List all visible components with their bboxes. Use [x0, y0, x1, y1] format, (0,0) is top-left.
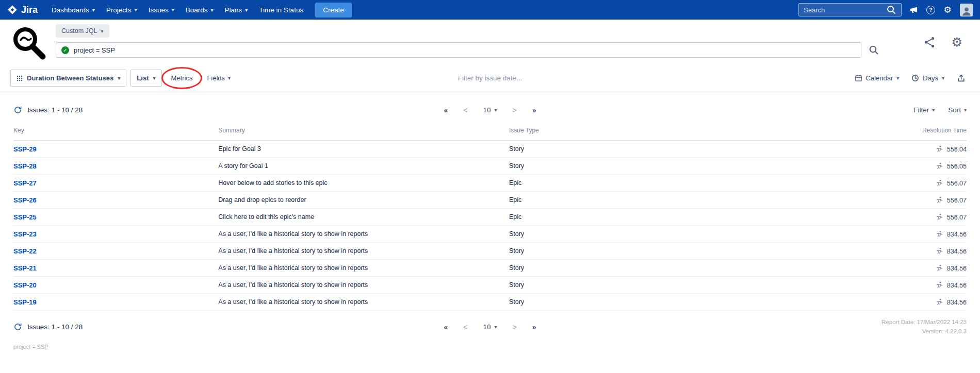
chevron-down-icon: ▾ — [245, 7, 248, 13]
issue-key-link[interactable]: SSP-25 — [13, 213, 37, 221]
share-icon[interactable] — [923, 36, 936, 48]
pagination-top: « < 10 ▾ > » — [444, 106, 536, 114]
issue-key-link[interactable]: SSP-21 — [13, 264, 37, 272]
nav-item-plans[interactable]: Plans ▾ — [219, 0, 254, 20]
resolution-value: 556.05 — [947, 163, 967, 170]
nav-item-dashboards[interactable]: Dashboards ▾ — [46, 0, 101, 20]
top-navigation: Jira Dashboards ▾ Projects ▾ Issues ▾ Bo… — [0, 0, 980, 20]
metrics-wrap: Metrics — [166, 70, 198, 86]
issue-summary: Click here to edit this epic's name — [218, 209, 509, 226]
issue-type: Epic — [509, 192, 766, 209]
calendar-selector[interactable]: Calendar ▾ — [855, 74, 900, 82]
table-row: SSP-27 Hover below to add stories to thi… — [13, 175, 967, 192]
view-selector-button[interactable]: Duration Between Statuses ▾ — [10, 70, 126, 87]
announcements-icon[interactable] — [909, 5, 919, 15]
resolution-value: 556.04 — [947, 146, 967, 153]
export-icon[interactable] — [957, 74, 966, 82]
runner-icon — [936, 213, 943, 221]
jql-mode-label: Custom JQL — [61, 27, 97, 35]
issue-type: Epic — [509, 209, 766, 226]
help-glyph: ? — [929, 7, 933, 13]
settings-gear-icon[interactable]: ⚙ — [951, 36, 962, 48]
chevron-down-icon: ▾ — [495, 324, 497, 330]
refresh-icon[interactable] — [13, 106, 22, 114]
resolution-value: 556.07 — [947, 197, 967, 204]
issue-date-filter[interactable]: Filter by issue date... — [458, 74, 522, 82]
issue-key-link[interactable]: SSP-27 — [13, 179, 37, 187]
issue-key-link[interactable]: SSP-23 — [13, 230, 37, 238]
jql-mode-selector[interactable]: Custom JQL ▾ — [56, 24, 109, 38]
create-button[interactable]: Create — [315, 3, 352, 18]
jira-logo[interactable]: Jira — [7, 5, 38, 15]
clock-icon — [911, 74, 919, 82]
search-icon[interactable] — [886, 5, 896, 15]
pagination-last[interactable]: » — [532, 323, 536, 331]
runner-icon — [936, 179, 943, 186]
table-header-row: Key Summary Issue Type Resolution Time — [13, 122, 967, 141]
table-row: SSP-21 As a user, I'd like a historical … — [13, 260, 967, 277]
global-search-input[interactable] — [804, 6, 883, 14]
issue-summary: Epic for Goal 3 — [218, 141, 509, 158]
nav-label: Plans — [225, 6, 242, 14]
admin-gear-icon[interactable]: ⚙ — [942, 5, 953, 15]
refresh-icon[interactable] — [13, 323, 22, 331]
query-column: Custom JQL ▾ ✓ project = SSP — [56, 24, 968, 61]
view-selector-label: Duration Between Statuses — [27, 74, 113, 82]
issue-summary: As a user, I'd like a historical story t… — [218, 260, 509, 277]
column-header-summary: Summary — [218, 122, 509, 141]
issue-key-link[interactable]: SSP-19 — [13, 298, 37, 306]
user-avatar[interactable] — [960, 4, 973, 16]
pagination-first[interactable]: « — [444, 106, 448, 114]
page-size-value: 10 — [483, 323, 491, 331]
chevron-down-icon: ▾ — [964, 107, 967, 113]
filter-dropdown[interactable]: Filter ▾ — [913, 106, 935, 114]
chevron-down-icon: ▾ — [211, 7, 214, 13]
nav-label: Boards — [186, 6, 208, 14]
jql-input[interactable]: ✓ project = SSP — [56, 42, 861, 58]
resolution-value: 556.07 — [947, 214, 967, 221]
report-toolbar: Duration Between Statuses ▾ List ▾ Metri… — [0, 66, 980, 94]
issue-type: Story — [509, 277, 766, 294]
page-size-selector[interactable]: 10 ▾ — [483, 106, 497, 114]
metrics-tab[interactable]: Metrics — [166, 70, 198, 86]
issues-table: Key Summary Issue Type Resolution Time S… — [13, 122, 967, 311]
nav-item-projects[interactable]: Projects ▾ — [101, 0, 143, 20]
results-count-group: Issues: 1 - 10 / 28 — [13, 106, 444, 114]
pagination-prev[interactable]: < — [463, 323, 467, 331]
pagination-last[interactable]: » — [532, 106, 536, 114]
runner-icon — [936, 230, 943, 238]
run-search-icon[interactable] — [869, 45, 879, 55]
resolution-value: 556.07 — [947, 180, 967, 187]
issue-key-link[interactable]: SSP-28 — [13, 162, 37, 170]
issue-key-link[interactable]: SSP-20 — [13, 281, 37, 289]
issue-type: Story — [509, 141, 766, 158]
nav-item-issues[interactable]: Issues ▾ — [143, 0, 180, 20]
app-root: Jira Dashboards ▾ Projects ▾ Issues ▾ Bo… — [0, 0, 980, 373]
days-label: Days — [923, 74, 938, 82]
issue-key-link[interactable]: SSP-29 — [13, 145, 37, 153]
issue-type: Story — [509, 260, 766, 277]
runner-icon — [936, 298, 943, 306]
time-unit-selector[interactable]: Days ▾ — [911, 74, 944, 82]
table-row: SSP-19 As a user, I'd like a historical … — [13, 294, 967, 311]
pagination-prev[interactable]: < — [463, 106, 467, 114]
issue-key-link[interactable]: SSP-22 — [13, 247, 37, 255]
help-icon[interactable]: ? — [926, 6, 935, 14]
pagination-bottom: « < 10 ▾ > » — [444, 323, 536, 331]
sort-dropdown[interactable]: Sort ▾ — [948, 106, 967, 114]
issue-table-body: SSP-29 Epic for Goal 3 Story 556.04 SSP-… — [13, 141, 967, 311]
global-search[interactable] — [798, 3, 902, 16]
pagination-next[interactable]: > — [513, 323, 517, 331]
list-view-button[interactable]: List ▾ — [130, 70, 161, 87]
nav-item-boards[interactable]: Boards ▾ — [180, 0, 219, 20]
nav-item-time-in-status[interactable]: Time in Status — [253, 0, 309, 20]
fields-tab[interactable]: Fields ▾ — [202, 70, 236, 86]
page-size-selector[interactable]: 10 ▾ — [483, 323, 497, 331]
topnav-right: ? ⚙ — [798, 3, 973, 16]
pagination-first[interactable]: « — [444, 323, 448, 331]
pagination-next[interactable]: > — [513, 106, 517, 114]
gear-glyph: ⚙ — [951, 35, 962, 49]
issue-key-link[interactable]: SSP-26 — [13, 196, 37, 204]
filter-label: Filter — [913, 106, 929, 114]
sort-label: Sort — [948, 106, 961, 114]
